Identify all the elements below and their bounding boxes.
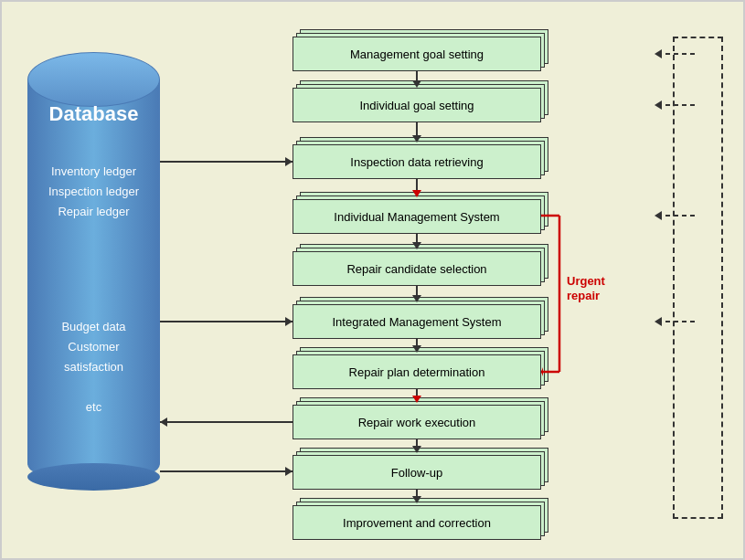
box-integrated-mgmt: Integrated Management System bbox=[293, 304, 541, 339]
svg-marker-23 bbox=[160, 417, 167, 427]
box-repair-candidate: Repair candidate selection bbox=[293, 251, 541, 286]
svg-text:repair: repair bbox=[567, 289, 600, 302]
svg-marker-21 bbox=[285, 317, 293, 326]
main-canvas: Database Inventory ledgerInspection ledg… bbox=[0, 0, 745, 560]
svg-marker-27 bbox=[655, 49, 662, 58]
database-items2: Budget dataCustomersatisfactionetc bbox=[27, 317, 160, 417]
box-improvement: Improvement and correction bbox=[293, 505, 541, 540]
database-title: Database bbox=[27, 102, 160, 126]
svg-marker-29 bbox=[655, 100, 662, 110]
database-container: Database Inventory ledgerInspection ledg… bbox=[27, 52, 160, 491]
svg-marker-31 bbox=[655, 211, 662, 220]
svg-marker-33 bbox=[655, 317, 662, 326]
box-management-goal: Management goal setting bbox=[293, 37, 541, 71]
svg-marker-19 bbox=[285, 157, 293, 166]
box-individual-goal: Individual goal setting bbox=[293, 88, 541, 122]
database-top bbox=[27, 52, 160, 107]
box-inspection-data: Inspection data retrieving bbox=[293, 144, 541, 179]
database-bottom bbox=[27, 463, 160, 491]
box-individual-mgmt: Individual Management System bbox=[293, 199, 541, 234]
dashed-feedback-box bbox=[673, 37, 723, 519]
box-follow-up: Follow-up bbox=[293, 455, 541, 490]
svg-marker-25 bbox=[285, 467, 293, 476]
box-repair-work: Repair work execution bbox=[293, 405, 541, 439]
database-cylinder: Database Inventory ledgerInspection ledg… bbox=[27, 52, 160, 491]
box-repair-plan: Repair plan determination bbox=[293, 354, 541, 389]
database-items1: Inventory ledgerInspection ledgerRepair … bbox=[27, 162, 160, 222]
urgent-repair-label: Urgent bbox=[567, 274, 606, 288]
